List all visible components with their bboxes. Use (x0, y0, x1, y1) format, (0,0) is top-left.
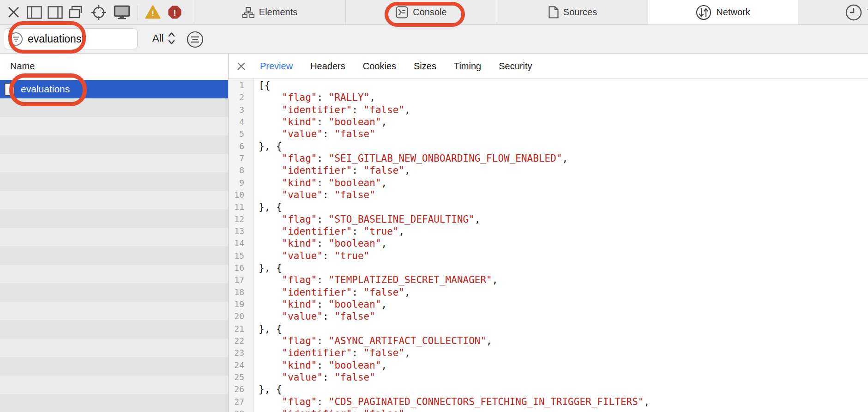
code-text: "value": "false" (249, 371, 375, 383)
code-text: "identifier": "false", (249, 286, 410, 298)
code-line: 18 "identifier": "false", (229, 286, 868, 298)
code-text: }, { (249, 140, 282, 152)
code-text: "identifier": "false", (249, 104, 410, 116)
warnings-button[interactable]: ! (144, 0, 162, 24)
code-text: [{ (249, 79, 270, 91)
filter-lines-circle-icon (187, 31, 204, 48)
empty-row (0, 320, 228, 339)
empty-row (0, 172, 228, 191)
code-text: "identifier": "false", (249, 164, 410, 176)
code-line: 9 "kind": "boolean", (229, 177, 868, 189)
close-detail-button[interactable] (236, 61, 246, 71)
line-number: 12 (229, 213, 249, 225)
code-text: }, { (249, 383, 282, 395)
code-text: "kind": "boolean", (249, 116, 387, 128)
line-number: 19 (229, 298, 249, 310)
dock-left-icon (27, 6, 42, 19)
inspect-target-icon (90, 4, 108, 21)
code-line: 1[{ (229, 79, 868, 91)
line-number: 3 (229, 104, 249, 116)
network-icon (696, 5, 711, 20)
code-text: "identifier": "false", (249, 347, 410, 359)
code-text: }, { (249, 323, 282, 335)
code-text: }, { (249, 262, 282, 274)
code-line: 20 "value": "false" (229, 310, 868, 322)
line-number: 9 (229, 177, 249, 189)
tab-elements[interactable]: Elements (194, 0, 345, 24)
code-line: 7 "flag": "SEI_GITLAB_NEW_ONBOARDING_FLO… (229, 152, 868, 164)
code-line: 10 "value": "false" (229, 189, 868, 201)
scope-dropdown[interactable]: All (152, 31, 175, 45)
elements-icon (242, 7, 254, 18)
clock-icon (845, 4, 862, 21)
code-text: "kind": "boolean", (249, 359, 387, 371)
code-line: 8 "identifier": "false", (229, 164, 868, 176)
empty-row (0, 265, 228, 283)
detail-tab-headers[interactable]: Headers (310, 61, 345, 72)
empty-row (0, 154, 228, 172)
detail-tab-sizes[interactable]: Sizes (414, 61, 436, 72)
code-text: "kind": "boolean", (249, 237, 387, 249)
line-number: 22 (229, 335, 249, 347)
svg-text:!: ! (151, 9, 154, 18)
line-number: 10 (229, 189, 249, 201)
detail-tab-security[interactable]: Security (499, 61, 532, 72)
line-number: 27 (229, 396, 249, 408)
line-number: 1 (229, 79, 249, 91)
empty-row (0, 209, 228, 228)
tab-elements-label: Elements (259, 7, 297, 18)
code-line: 22 "flag": "ASYNC_ARTIFACT_COLLECTION", (229, 335, 868, 347)
line-number: 25 (229, 371, 249, 383)
annotation-circle-selected-request (9, 73, 87, 106)
tab-timelines[interactable]: T (798, 0, 868, 24)
annotation-circle-search-filter (8, 21, 86, 54)
close-inspector-button[interactable] (6, 0, 20, 24)
detail-tab-cookies[interactable]: Cookies (363, 61, 396, 72)
line-number: 26 (229, 383, 249, 395)
code-line: 3 "identifier": "false", (229, 104, 868, 116)
other-filters-button[interactable] (187, 31, 204, 50)
code-text: }, { (249, 201, 282, 213)
code-line: 16}, { (229, 262, 868, 274)
errors-button[interactable]: ! (166, 0, 183, 24)
code-line: 2 "flag": "RALLY", (229, 91, 868, 103)
empty-row (0, 339, 228, 357)
code-line: 13 "identifier": "true", (229, 225, 868, 237)
empty-row (0, 246, 228, 265)
line-number: 14 (229, 237, 249, 249)
empty-row (0, 376, 228, 394)
code-text: "flag": "RALLY", (249, 91, 375, 103)
code-text: "value": "false" (249, 128, 375, 140)
code-line: 24 "kind": "boolean", (229, 359, 868, 371)
code-text: "kind": "boolean", (249, 298, 387, 310)
close-icon (237, 62, 246, 71)
code-line: 11}, { (229, 201, 868, 213)
element-selection-button[interactable] (90, 0, 108, 24)
empty-row (0, 283, 228, 302)
device-settings-button[interactable] (113, 0, 131, 24)
tab-network[interactable]: Network (648, 0, 798, 24)
code-text: "flag": "ASYNC_ARTIFACT_COLLECTION", (249, 335, 492, 347)
code-text: "identifier": "false", (249, 408, 410, 412)
code-line: 26}, { (229, 383, 868, 395)
line-number: 16 (229, 262, 249, 274)
line-number: 13 (229, 225, 249, 237)
line-number: 5 (229, 128, 249, 140)
detail-tab-timing[interactable]: Timing (454, 61, 481, 72)
code-text: "flag": "SEI_GITLAB_NEW_ONBOARDING_FLOW_… (249, 152, 568, 164)
empty-row (0, 302, 228, 320)
line-number: 24 (229, 359, 249, 371)
detail-tab-preview[interactable]: Preview (260, 61, 293, 72)
dock-right-icon (48, 6, 63, 19)
code-text: "value": "true" (249, 250, 369, 262)
empty-row (0, 117, 228, 135)
line-number: 20 (229, 310, 249, 322)
line-number: 7 (229, 152, 249, 164)
chevron-up-down-icon (168, 31, 175, 45)
warning-triangle-icon: ! (145, 5, 161, 19)
code-line: 19 "kind": "boolean", (229, 298, 868, 310)
device-screen-icon (114, 5, 130, 20)
code-line: 4 "kind": "boolean", (229, 116, 868, 128)
tab-sources-label: Sources (563, 7, 597, 18)
tab-sources[interactable]: Sources (497, 0, 648, 24)
